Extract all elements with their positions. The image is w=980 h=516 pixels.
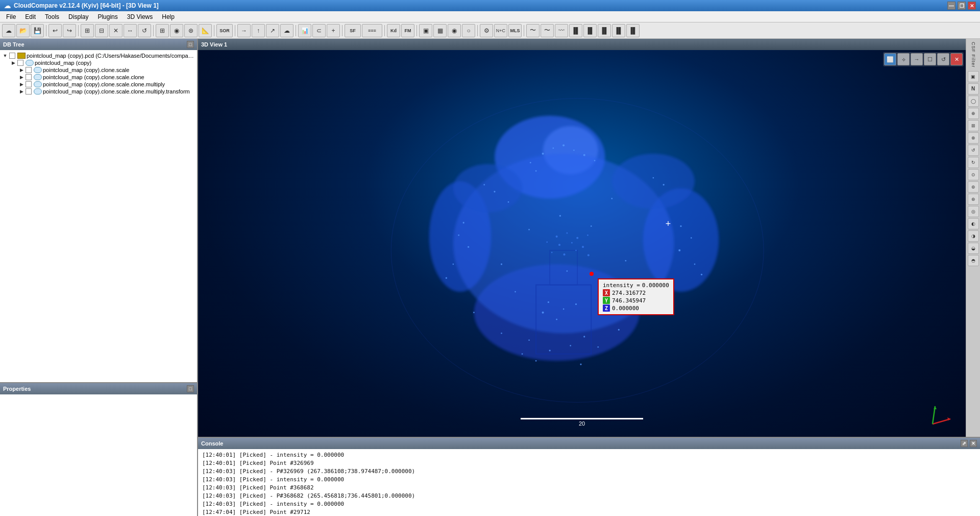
toolbar-btn-settings[interactable]: ⚙: [480, 24, 493, 37]
toolbar-btn-nc[interactable]: N+C: [494, 24, 507, 37]
view-3d[interactable]: 3D View 1: [198, 39, 966, 437]
properties-expand-btn[interactable]: □: [187, 385, 194, 392]
maximize-button[interactable]: ❐: [958, 2, 966, 10]
toolbar-btn-bars4[interactable]: ▐▌: [612, 24, 625, 37]
close-button[interactable]: ✕: [968, 2, 976, 10]
toolbar-btn-kd[interactable]: Kd: [387, 24, 400, 37]
console-undock-btn[interactable]: ⇗: [961, 440, 968, 447]
tree-item-3[interactable]: ▶ pointcloud_map (copy).clone.scale.clon…: [0, 74, 197, 81]
menu-display[interactable]: Display: [64, 12, 92, 21]
toolbar-btn-wave2[interactable]: 〜: [541, 24, 554, 37]
tree-checkbox-0[interactable]: [9, 53, 15, 59]
tree-checkbox-5[interactable]: [26, 88, 32, 95]
toolbar-btn-sf2[interactable]: ≡≡≡: [362, 24, 382, 37]
tree-item-5[interactable]: ▶ pointcloud_map (copy).clone.scale.clon…: [0, 88, 197, 95]
svg-point-38: [653, 177, 654, 179]
toolbar-btn-img1[interactable]: ▣: [419, 24, 432, 37]
view-btn-box[interactable]: ☐: [924, 53, 936, 65]
picked-point-marker: [590, 272, 594, 276]
toolbar-btn-save[interactable]: 💾: [31, 24, 44, 37]
toolbar-btn-img2[interactable]: ▦: [433, 24, 447, 37]
toolbar-btn-measure[interactable]: 📐: [199, 24, 212, 37]
toolbar-btn-grid[interactable]: ⊞: [156, 24, 169, 37]
menu-edit[interactable]: Edit: [21, 12, 40, 21]
toolbar-btn-bars3[interactable]: ▐▌: [598, 24, 611, 37]
toolbar-btn-mls[interactable]: MLS: [508, 24, 522, 37]
right-btn-10[interactable]: ⊚: [968, 181, 979, 193]
right-btn-13[interactable]: ◐: [968, 218, 979, 229]
right-btn-n[interactable]: N: [968, 83, 979, 95]
right-btn-9[interactable]: ⊙: [968, 169, 979, 180]
menu-plugins[interactable]: Plugins: [93, 12, 121, 21]
right-btn-8[interactable]: ↻: [968, 157, 979, 168]
view-btn-arrow[interactable]: →: [911, 53, 923, 65]
tree-arrow-5: ▶: [18, 88, 24, 95]
tree-checkbox-3[interactable]: [26, 74, 32, 80]
toolbar-btn-move[interactable]: ↔: [124, 24, 137, 37]
x-label: X: [603, 289, 610, 296]
toolbar-btn-delete[interactable]: ✕: [109, 24, 122, 37]
menu-file[interactable]: File: [2, 12, 20, 21]
toolbar-btn-undo[interactable]: ↩: [48, 24, 62, 37]
toolbar-btn-1[interactable]: ☁: [2, 24, 15, 37]
db-tree-expand-btn[interactable]: □: [187, 41, 194, 48]
toolbar-btn-wave1[interactable]: 〜: [526, 24, 540, 37]
view-3d-canvas[interactable]: + intensity = 0.000000 X 274.316772: [198, 50, 966, 437]
tree-checkbox-4[interactable]: [26, 81, 32, 87]
menu-tools[interactable]: Tools: [41, 12, 63, 21]
toolbar-btn-2[interactable]: 📂: [16, 24, 30, 37]
view-btn-polygon[interactable]: ⟡: [897, 53, 910, 65]
tree-item-2[interactable]: ▶ pointcloud_map (copy).clone.scale: [0, 66, 197, 74]
toolbar-btn-sample[interactable]: ◉: [170, 24, 183, 37]
tree-item-1[interactable]: ▶ pointcloud_map (copy): [0, 59, 197, 66]
toolbar-btn-sor[interactable]: SOR: [216, 24, 233, 37]
menubar: File Edit Tools Display Plugins 3D Views…: [0, 11, 980, 22]
right-btn-16[interactable]: ◓: [968, 255, 979, 266]
minimize-button[interactable]: —: [947, 2, 955, 10]
toolbar-btn-sf[interactable]: SF: [345, 24, 361, 37]
tree-item-4[interactable]: ▶ pointcloud_map (copy).clone.scale.clon…: [0, 81, 197, 88]
app-logo: ☁: [4, 2, 11, 10]
toolbar-btn-redo[interactable]: ↪: [63, 24, 76, 37]
toolbar-btn-up[interactable]: ↑: [252, 24, 265, 37]
tree-item-0[interactable]: ▼ pointcloud_map (copy).pcd (C:/Users/Ha…: [0, 52, 197, 59]
toolbar-btn-cloud2[interactable]: ☁: [280, 24, 293, 37]
toolbar-btn-paste[interactable]: ⊟: [95, 24, 108, 37]
view-btn-close[interactable]: ✕: [950, 53, 963, 65]
toolbar-btn-arrow[interactable]: →: [237, 24, 251, 37]
right-btn-6[interactable]: ⊗: [968, 132, 979, 144]
toolbar-btn-bars[interactable]: ▐▌: [569, 24, 582, 37]
right-btn-12[interactable]: ◎: [968, 206, 979, 217]
right-btn-15[interactable]: ◒: [968, 243, 979, 254]
toolbar-btn-filter[interactable]: ⊛: [184, 24, 198, 37]
toolbar-btn-bars5[interactable]: ▐▌: [626, 24, 640, 37]
toolbar-btn-fm[interactable]: FM: [401, 24, 414, 37]
scale-bar: 20: [521, 418, 643, 427]
right-btn-14[interactable]: ◑: [968, 230, 979, 242]
menu-3dviews[interactable]: 3D Views: [123, 12, 157, 21]
view-btn-undo-view[interactable]: ↺: [937, 53, 949, 65]
menu-help[interactable]: Help: [158, 12, 179, 21]
right-btn-7[interactable]: ↺: [968, 145, 979, 156]
toolbar-btn-sphere2[interactable]: ○: [462, 24, 475, 37]
view-btn-rectangle[interactable]: ⬜: [884, 53, 896, 65]
tree-checkbox-2[interactable]: [26, 67, 32, 73]
toolbar-btn-rotate[interactable]: ↺: [138, 24, 151, 37]
console-close-btn[interactable]: ✕: [970, 440, 977, 447]
svg-point-61: [567, 232, 568, 234]
toolbar-btn-copy[interactable]: ⊞: [81, 24, 94, 37]
toolbar-btn-chart[interactable]: 📊: [298, 24, 311, 37]
toolbar-btn-sphere[interactable]: ◉: [448, 24, 461, 37]
toolbar-btn-bars2[interactable]: ▐▌: [583, 24, 597, 37]
right-btn-1[interactable]: ▣: [968, 71, 979, 82]
toolbar-btn-segment[interactable]: ⊂: [312, 24, 326, 37]
right-btn-11[interactable]: ⊛: [968, 194, 979, 205]
toolbar-btn-plus[interactable]: +: [327, 24, 340, 37]
toolbar-btn-tilt[interactable]: ↗: [266, 24, 279, 37]
right-btn-4[interactable]: ⊕: [968, 108, 979, 119]
svg-point-18: [458, 234, 459, 236]
right-btn-circle[interactable]: ◯: [968, 96, 979, 107]
right-btn-5[interactable]: ⊞: [968, 120, 979, 131]
tree-checkbox-1[interactable]: [17, 60, 23, 66]
toolbar-btn-wave3[interactable]: 〰: [555, 24, 568, 37]
